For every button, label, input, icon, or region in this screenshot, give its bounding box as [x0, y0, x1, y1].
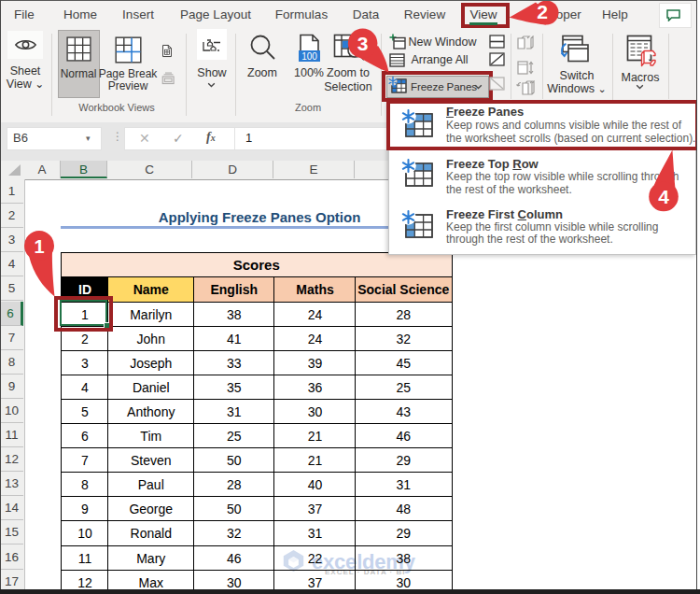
svg-text:4: 4	[658, 186, 669, 207]
svg-text:2: 2	[537, 1, 548, 22]
svg-text:3: 3	[357, 33, 369, 54]
svg-text:100: 100	[301, 51, 317, 62]
svg-text:1: 1	[34, 236, 44, 257]
